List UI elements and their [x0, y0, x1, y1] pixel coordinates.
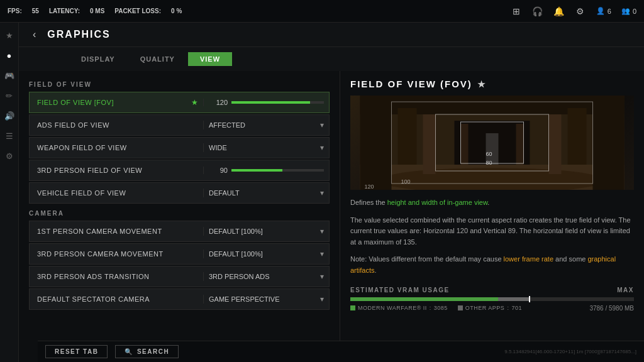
spectator-cam-value: GAME PERSPECTIVE	[209, 295, 279, 303]
vram-legend-other: OTHER APPS : 701	[458, 305, 522, 311]
vram-section: ESTIMATED VRAM USAGE MAX MODERN WARFARE®…	[350, 287, 634, 312]
section-label-fov: FIELD OF VIEW	[29, 81, 330, 88]
3p-fov-slider-bar[interactable]	[231, 169, 324, 172]
setting-row-weapon-fov[interactable]: WEAPON FIELD OF VIEW WIDE ▾	[29, 137, 330, 158]
svg-rect-11	[461, 124, 469, 165]
latency-label: LATENCY:	[49, 8, 80, 14]
svg-rect-12	[516, 124, 524, 165]
setting-row-1p-cam[interactable]: 1ST PERSON CAMERA MOVEMENT DEFAULT [100%…	[29, 221, 330, 242]
sidebar: ★ ● 🎮 ✏ 🔊 ☰ ⚙	[0, 23, 19, 362]
vram-colon-1: :	[430, 305, 431, 311]
setting-row-fov[interactable]: FIELD OF VIEW [FOV] ★ 120	[29, 92, 330, 113]
vram-label: ESTIMATED VRAM USAGE	[350, 287, 450, 293]
vram-unit: MB	[625, 305, 634, 312]
version-text: 9.5.13482941[46.000-1720+11] 1m [7000][8…	[504, 349, 636, 354]
fov-value-area: 120	[203, 99, 329, 106]
tab-view[interactable]: VIEW	[188, 52, 232, 66]
sidebar-icon-sound[interactable]: 🔊	[2, 108, 17, 123]
ads-fov-value-area: AFFECTED ▾	[203, 121, 329, 129]
sidebar-icon-gear[interactable]: ⚙	[2, 148, 17, 163]
bottom-bar: RESET TAB 🔍 SEARCH 9.5.13482941[46.000-1…	[38, 341, 644, 362]
tab-quality[interactable]: QUALITY	[128, 52, 187, 66]
topbar-right: ⊞ 🎧 🔔 ⚙ 👤 6 👥 0	[511, 6, 636, 17]
setting-row-3p-fov[interactable]: 3RD PERSON FIELD OF VIEW 90	[29, 160, 330, 181]
setting-name-3p-fov: 3RD PERSON FIELD OF VIEW	[30, 167, 203, 174]
note-suffix: .	[375, 266, 377, 274]
headset-icon[interactable]: 🎧	[532, 6, 543, 17]
page-header: ‹ GRAPHICS	[19, 23, 644, 47]
player-badge: 👤 6	[596, 7, 611, 15]
svg-rect-4	[360, 96, 392, 190]
vram-max-label: MAX	[617, 287, 634, 293]
3p-ads-value-area: 3RD PERSON ADS ▾	[203, 272, 329, 281]
sidebar-icon-star[interactable]: ★	[2, 28, 17, 43]
info-desc-2: The value selected combined with the cur…	[350, 215, 634, 248]
sidebar-icon-menu[interactable]: ☰	[2, 128, 17, 143]
setting-row-3p-ads[interactable]: 3RD PERSON ADS TRANSITION 3RD PERSON ADS…	[29, 266, 330, 287]
setting-row-spectator-cam[interactable]: DEFAULT SPECTATOR CAMERA GAME PERSPECTIV…	[29, 288, 330, 310]
packet-loss-label: PACKET LOSS:	[114, 8, 161, 14]
fov-slider-bar[interactable]	[231, 101, 324, 104]
info-desc-1: Defines the height and width of in-game …	[350, 197, 634, 209]
search-icon: 🔍	[125, 348, 133, 355]
settings-icon[interactable]: ⚙	[575, 6, 586, 17]
vram-legend-mw: MODERN WARFARE® II : 3085	[350, 305, 448, 311]
info-title-text: FIELD OF VIEW (FOV)	[350, 79, 472, 89]
vram-legend-left: MODERN WARFARE® II : 3085 OTHER APPS : 7…	[350, 305, 522, 311]
sidebar-icon-edit[interactable]: ✏	[2, 88, 17, 103]
vram-dot-other	[458, 305, 463, 310]
3p-cam-arrow: ▾	[320, 250, 324, 258]
vram-colon-2: :	[507, 305, 509, 311]
svg-rect-9	[423, 114, 436, 174]
sidebar-icon-dot[interactable]: ●	[2, 48, 17, 63]
vram-other-value: 701	[511, 305, 522, 311]
player-icon: 👤	[596, 7, 605, 15]
fov-preview: 60 80 100 120	[350, 96, 634, 190]
svg-text:120: 120	[365, 184, 374, 190]
setting-row-3p-cam[interactable]: 3RD PERSON CAMERA MOVEMENT DEFAULT [100%…	[29, 243, 330, 265]
section-label-camera: CAMERA	[29, 210, 330, 217]
vram-other-label: OTHER APPS	[465, 305, 505, 311]
info-title: FIELD OF VIEW (FOV) ★	[350, 79, 634, 89]
settings-panel: FIELD OF VIEW FIELD OF VIEW [FOV] ★ 120 …	[19, 71, 340, 362]
star-fov[interactable]: ★	[186, 98, 203, 107]
info-panel: FIELD OF VIEW (FOV) ★	[340, 71, 644, 362]
svg-text:100: 100	[401, 178, 411, 185]
page-title: GRAPHICS	[47, 29, 110, 40]
svg-rect-5	[593, 96, 625, 190]
search-button[interactable]: 🔍 SEARCH	[115, 345, 179, 358]
setting-name-fov: FIELD OF VIEW [FOV]	[30, 99, 186, 106]
note-frame-rate: lower frame rate	[504, 255, 553, 263]
setting-name-vehicle-fov: VEHICLE FIELD OF VIEW	[30, 189, 203, 197]
vram-dot-mw	[350, 305, 355, 310]
fps-label: FPS:	[8, 8, 22, 14]
tab-display[interactable]: DISPLAY	[69, 52, 127, 66]
sidebar-icon-gamepad[interactable]: 🎮	[2, 68, 17, 83]
back-button[interactable]: ‹	[29, 28, 40, 41]
vram-bar-container	[350, 297, 634, 301]
packet-loss-value: 0 %	[171, 8, 182, 14]
setting-row-ads-fov[interactable]: ADS FIELD OF VIEW AFFECTED ▾	[29, 114, 330, 136]
grid-icon[interactable]: ⊞	[511, 6, 522, 17]
setting-name-3p-cam: 3RD PERSON CAMERA MOVEMENT	[30, 250, 203, 258]
setting-row-vehicle-fov[interactable]: VEHICLE FIELD OF VIEW DEFAULT ▾	[29, 182, 330, 204]
vram-capacity: 5980	[609, 305, 623, 312]
vram-max-indicator	[529, 296, 530, 302]
fov-slider-fill	[231, 101, 310, 104]
svg-rect-10	[549, 114, 562, 174]
vehicle-fov-arrow: ▾	[320, 189, 324, 197]
vram-legend: MODERN WARFARE® II : 3085 OTHER APPS : 7…	[350, 305, 634, 312]
svg-text:60: 60	[486, 151, 492, 157]
reset-tab-button[interactable]: RESET TAB	[45, 345, 108, 358]
vehicle-fov-value-area: DEFAULT ▾	[203, 189, 329, 197]
note-prefix: Note: Values different from the default …	[350, 255, 504, 263]
1p-cam-value: DEFAULT [100%]	[209, 228, 263, 235]
vram-header: ESTIMATED VRAM USAGE MAX	[350, 287, 634, 293]
svg-rect-7	[568, 108, 587, 165]
3p-ads-value: 3RD PERSON ADS	[209, 273, 270, 280]
squad-badge: 👥 0	[621, 7, 636, 15]
weapon-fov-value: WIDE	[209, 144, 227, 151]
3p-cam-value-area: DEFAULT [100%] ▾	[203, 250, 329, 258]
bell-icon[interactable]: 🔔	[553, 6, 565, 17]
ads-fov-arrow: ▾	[320, 121, 324, 129]
